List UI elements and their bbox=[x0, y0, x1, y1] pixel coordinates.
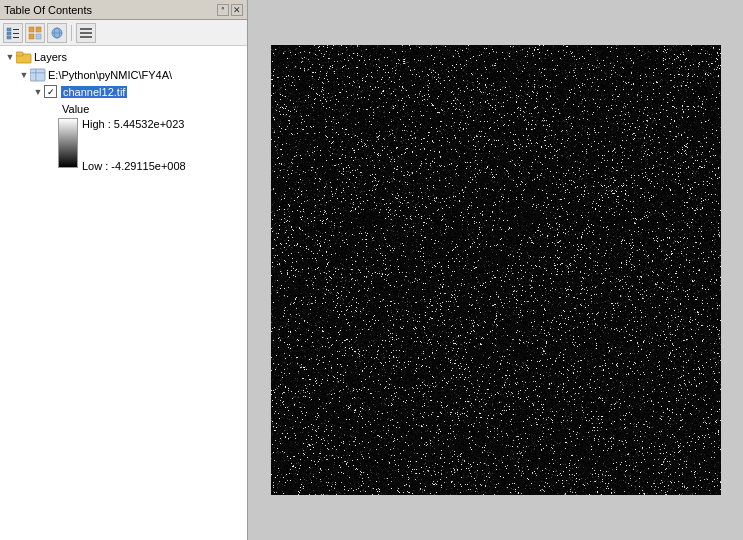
folder-icon-map bbox=[30, 67, 46, 83]
svg-rect-20 bbox=[35, 69, 37, 81]
globe-button[interactable] bbox=[47, 23, 67, 43]
toc-title: Table Of Contents bbox=[4, 4, 92, 16]
layers-group-item[interactable]: ▼ Layers bbox=[0, 48, 247, 66]
main-layout: Table Of Contents ᐤ ✕ bbox=[0, 0, 743, 540]
toc-toolbar bbox=[0, 20, 247, 46]
svg-rect-7 bbox=[36, 27, 41, 32]
svg-rect-9 bbox=[36, 34, 41, 39]
legend-gradient bbox=[58, 118, 78, 168]
svg-rect-8 bbox=[29, 34, 34, 39]
legend-section: High : 5.44532e+023 Low : -4.29115e+008 bbox=[58, 118, 247, 172]
svg-rect-6 bbox=[29, 27, 34, 32]
toolbar-separator bbox=[71, 25, 72, 41]
toc-panel: Table Of Contents ᐤ ✕ bbox=[0, 0, 248, 540]
layers-folder-icon bbox=[16, 49, 32, 65]
svg-rect-17 bbox=[16, 52, 23, 56]
svg-rect-15 bbox=[80, 36, 92, 38]
toc-header: Table Of Contents ᐤ ✕ bbox=[0, 0, 247, 20]
svg-rect-18 bbox=[30, 69, 45, 81]
source-view-button[interactable] bbox=[25, 23, 45, 43]
toc-header-controls: ᐤ ✕ bbox=[217, 4, 243, 16]
map-canvas bbox=[271, 45, 721, 495]
svg-rect-13 bbox=[80, 28, 92, 30]
map-panel[interactable] bbox=[248, 0, 743, 540]
folder-label: E:\Python\pyNMIC\FY4A\ bbox=[48, 69, 172, 81]
toc-content[interactable]: ▼ Layers ▼ bbox=[0, 46, 247, 540]
legend-high-value: High : 5.44532e+023 bbox=[82, 118, 186, 130]
folder-item[interactable]: ▼ E:\Python\pyNMIC\FY4A\ bbox=[0, 66, 247, 84]
svg-rect-2 bbox=[7, 36, 11, 39]
svg-rect-0 bbox=[7, 28, 11, 31]
file-label: channel12.tif bbox=[61, 86, 127, 98]
file-item[interactable]: ▼ channel12.tif bbox=[0, 84, 247, 99]
svg-rect-14 bbox=[80, 32, 92, 34]
options-button[interactable] bbox=[76, 23, 96, 43]
file-checkbox[interactable] bbox=[44, 85, 57, 98]
toc-close-btn[interactable]: ✕ bbox=[231, 4, 243, 16]
legend-values: High : 5.44532e+023 Low : -4.29115e+008 bbox=[82, 118, 186, 172]
svg-rect-1 bbox=[7, 32, 11, 35]
toc-pin-btn[interactable]: ᐤ bbox=[217, 4, 229, 16]
file-expand-icon[interactable]: ▼ bbox=[32, 86, 44, 98]
layers-label: Layers bbox=[34, 51, 67, 63]
list-view-button[interactable] bbox=[3, 23, 23, 43]
legend-low-value: Low : -4.29115e+008 bbox=[82, 160, 186, 172]
folder-expand-icon[interactable]: ▼ bbox=[18, 69, 30, 81]
legend-value-label: Value bbox=[62, 102, 247, 116]
svg-rect-19 bbox=[30, 72, 45, 74]
layers-expand-icon[interactable]: ▼ bbox=[4, 51, 16, 63]
